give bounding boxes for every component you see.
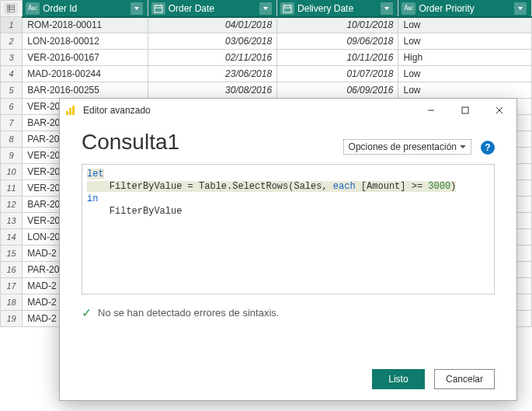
cell[interactable]: 01/07/2018 (277, 66, 398, 82)
query-name-heading: Consulta1 (82, 130, 343, 155)
cell[interactable]: 23/06/2018 (148, 66, 276, 82)
cell[interactable]: 30/08/2016 (148, 82, 276, 99)
column-label: Delivery Date (297, 3, 377, 14)
svg-rect-17 (69, 108, 71, 115)
calendar-icon (151, 2, 165, 15)
cell[interactable]: ROM-2018-00011 (23, 17, 148, 33)
cell[interactable]: 10/01/2018 (277, 17, 398, 33)
row-number[interactable]: 15 (1, 246, 23, 262)
column-filter-dropdown[interactable] (130, 2, 143, 15)
svg-marker-15 (518, 7, 523, 10)
maximize-button[interactable] (448, 99, 482, 122)
row-number[interactable]: 17 (1, 278, 23, 294)
power-bi-icon (64, 104, 77, 117)
svg-rect-20 (462, 107, 468, 113)
cell[interactable]: LON-2018-00012 (23, 33, 148, 50)
code-kw-let: let (87, 169, 104, 179)
cell[interactable]: 10/11/2016 (277, 50, 398, 66)
cell[interactable]: MAD-2018-00244 (23, 66, 148, 82)
column-header[interactable]: Delivery Date (277, 1, 398, 17)
table-row[interactable]: 3VER-2016-0016702/11/201610/11/2016High (1, 50, 532, 66)
column-label: Order Priority (419, 3, 511, 14)
m-code-editor[interactable]: let FilterByValue = Table.SelectRows(Sal… (82, 164, 495, 294)
cell[interactable]: Low (398, 17, 532, 33)
cell[interactable]: 09/06/2018 (277, 33, 398, 50)
close-button[interactable] (482, 99, 516, 122)
row-number[interactable]: 1 (1, 17, 23, 33)
cell[interactable]: 03/06/2018 (148, 33, 276, 50)
row-number[interactable]: 19 (1, 311, 23, 327)
cell[interactable]: Low (398, 66, 532, 82)
svg-rect-5 (155, 5, 162, 12)
calendar-icon (280, 2, 294, 15)
svg-rect-18 (72, 106, 75, 115)
column-label: Order Date (169, 3, 256, 14)
cancel-button[interactable]: Cancelar (434, 369, 495, 389)
cell[interactable]: 04/01/2018 (148, 17, 276, 33)
cell[interactable]: BAR-2016-00255 (23, 82, 148, 99)
row-number[interactable]: 11 (1, 180, 23, 197)
cell[interactable]: 02/11/2016 (148, 50, 276, 66)
column-header[interactable]: ABCOrder Priority (398, 1, 532, 17)
cell[interactable]: 06/09/2016 (277, 82, 398, 99)
row-number[interactable]: 10 (1, 164, 23, 180)
column-label: Order Id (43, 3, 127, 14)
row-number[interactable]: 14 (1, 229, 23, 246)
text-type-icon: ABC (402, 2, 416, 15)
svg-rect-10 (283, 5, 291, 12)
dialog-titlebar[interactable]: Editor avanzado (60, 99, 516, 122)
done-button[interactable]: Listo (372, 369, 425, 389)
advanced-editor-dialog: Editor avanzado Consulta1 Opciones de pr… (59, 98, 517, 401)
row-number[interactable]: 5 (1, 82, 23, 99)
table-row[interactable]: 5BAR-2016-0025530/08/201606/09/2016Low (1, 82, 532, 99)
grid-corner (1, 1, 23, 17)
table-row[interactable]: 2LON-2018-0001203/06/201809/06/2018Low (1, 33, 532, 50)
column-header[interactable]: ABCOrder Id (23, 1, 148, 17)
column-header[interactable]: Order Date (148, 1, 276, 17)
text-type-icon: ABC (26, 2, 40, 15)
column-filter-dropdown[interactable] (514, 2, 527, 15)
column-filter-dropdown[interactable] (259, 2, 272, 15)
svg-rect-16 (66, 111, 68, 115)
row-number[interactable]: 8 (1, 131, 23, 148)
dialog-title: Editor avanzado (83, 105, 151, 116)
minimize-button[interactable] (414, 99, 448, 122)
svg-marker-4 (134, 7, 139, 10)
svg-rect-0 (7, 5, 15, 12)
row-number[interactable]: 2 (1, 33, 23, 50)
cell[interactable]: Low (398, 33, 532, 50)
row-number[interactable]: 13 (1, 213, 23, 229)
row-number[interactable]: 6 (1, 99, 23, 115)
svg-marker-9 (263, 7, 268, 10)
cell[interactable]: High (398, 50, 532, 66)
syntax-status: ✓ No se han detectado errores de sintaxi… (82, 305, 495, 320)
help-icon[interactable]: ? (481, 141, 495, 155)
check-icon: ✓ (82, 305, 92, 320)
column-filter-dropdown[interactable] (381, 2, 393, 15)
svg-marker-14 (384, 7, 389, 10)
row-number[interactable]: 3 (1, 50, 23, 66)
row-number[interactable]: 9 (1, 148, 23, 164)
table-icon (4, 2, 18, 15)
table-row[interactable]: 1ROM-2018-0001104/01/201810/01/2018Low (1, 17, 532, 33)
code-kw-in: in (87, 193, 98, 204)
syntax-status-text: No se han detectado errores de sintaxis. (98, 307, 279, 319)
row-number[interactable]: 16 (1, 262, 23, 278)
cell[interactable]: VER-2016-00167 (23, 50, 148, 66)
row-number[interactable]: 12 (1, 197, 23, 213)
row-number[interactable]: 18 (1, 294, 23, 311)
display-options-dropdown[interactable]: Opciones de presentación (343, 139, 471, 155)
row-number[interactable]: 4 (1, 66, 23, 82)
cell[interactable]: Low (398, 82, 532, 99)
row-number[interactable]: 7 (1, 115, 23, 131)
table-row[interactable]: 4MAD-2018-0024423/06/201801/07/2018Low (1, 66, 532, 82)
